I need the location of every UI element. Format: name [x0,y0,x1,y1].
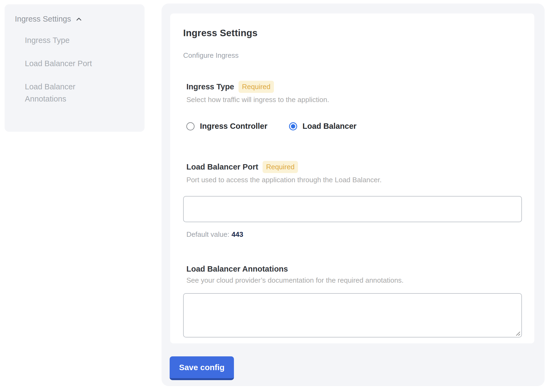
sidebar-item-load-balancer-annotations[interactable]: Load Balancer Annotations [25,81,114,105]
field-ingress-type: Ingress Type Required Select how traffic… [186,81,518,131]
field-description-load-balancer-annotations: See your cloud provider’s documentation … [186,276,518,285]
save-config-button[interactable]: Save config [170,356,234,380]
default-value-label: Default value: [186,230,229,238]
load-balancer-port-input[interactable] [183,196,522,222]
sidebar-item-load-balancer-port[interactable]: Load Balancer Port [25,58,114,70]
field-label-ingress-type: Ingress Type [186,82,234,91]
default-value: 443 [232,230,243,238]
sidebar-group-label: Ingress Settings [15,15,71,23]
radio-circle-selected[interactable] [289,122,297,130]
fields-container: Ingress Type Required Select how traffic… [186,81,518,337]
field-load-balancer-annotations: Load Balancer Annotations See your cloud… [186,265,518,337]
radio-option-load-balancer[interactable]: Load Balancer [289,122,357,131]
field-load-balancer-port: Load Balancer Port Required Port used to… [186,161,518,239]
radio-option-ingress-controller[interactable]: Ingress Controller [186,122,267,131]
ingress-settings-card: Ingress Settings Configure Ingress Ingre… [170,13,534,343]
page-title: Ingress Settings [183,28,518,38]
sidebar-group-ingress-settings[interactable]: Ingress Settings [15,15,136,23]
settings-sidebar: Ingress Settings Ingress Type Load Balan… [5,4,145,132]
main-panel: Ingress Settings Configure Ingress Ingre… [162,4,545,386]
chevron-up-icon [75,15,83,23]
radio-label: Ingress Controller [200,122,267,131]
field-description-ingress-type: Select how traffic will ingress to the a… [186,96,518,104]
field-label-load-balancer-annotations: Load Balancer Annotations [186,265,288,273]
required-badge: Required [239,81,274,93]
radio-label: Load Balancer [303,122,357,131]
ingress-type-radio-group: Ingress Controller Load Balancer [186,122,518,131]
annotations-textarea-wrap [183,293,522,337]
field-label-load-balancer-port: Load Balancer Port [186,163,258,171]
sidebar-item-ingress-type[interactable]: Ingress Type [25,34,114,46]
load-balancer-annotations-textarea[interactable] [183,293,522,337]
radio-circle-unselected[interactable] [186,122,194,130]
required-badge: Required [263,161,298,173]
default-value-row: Default value:443 [186,230,518,239]
field-description-load-balancer-port: Port used to access the application thro… [186,176,518,184]
sidebar-item-list: Ingress Type Load Balancer Port Load Bal… [25,34,136,105]
page-subtitle: Configure Ingress [183,51,518,60]
